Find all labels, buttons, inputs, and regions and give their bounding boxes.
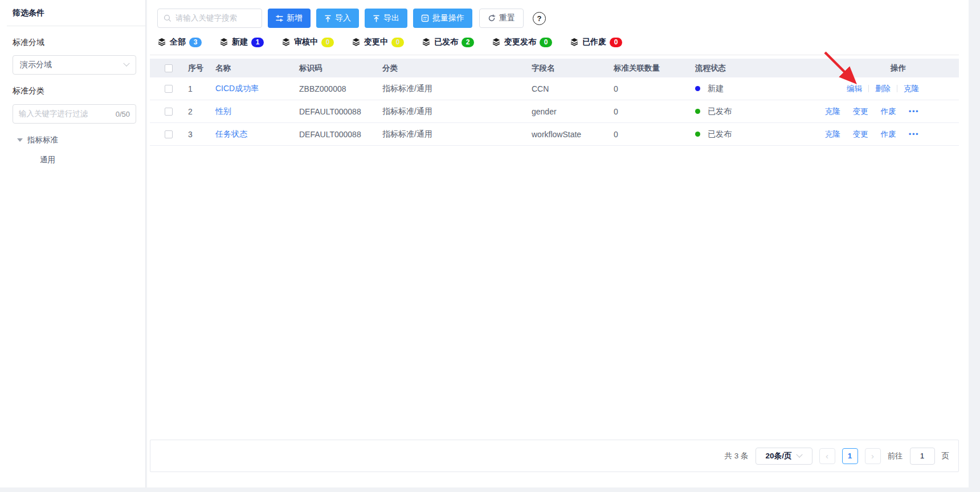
action-link-3[interactable]: 克隆 [904, 84, 919, 94]
name-link[interactable]: 任务状态 [215, 129, 247, 138]
sliders-icon [276, 15, 283, 22]
status-tab-已发布[interactable]: 已发布2 [422, 37, 474, 47]
status-tab-全部[interactable]: 全部3 [157, 37, 202, 47]
cell-link-count: 0 [614, 107, 695, 116]
action-link-1[interactable]: 编辑 [847, 84, 862, 94]
page-size-select[interactable]: 20条/页 [756, 448, 812, 465]
tree-node-general[interactable]: 通用 [13, 155, 136, 165]
cell-name: CICD成功率 [215, 84, 299, 94]
name-link[interactable]: CICD成功率 [215, 84, 259, 93]
status-count-badge: 0 [540, 38, 552, 47]
search-input[interactable]: 请输入关键字搜索 [157, 9, 262, 28]
reset-button[interactable]: 重置 [479, 9, 524, 28]
standard-domain-value: 演示分域 [20, 60, 52, 70]
cell-category: 指标标准/通用 [382, 106, 532, 117]
action-link-3[interactable]: 作废 [881, 129, 896, 140]
tree-parent-label: 指标标准 [27, 135, 58, 145]
row-checkbox[interactable] [165, 85, 173, 93]
next-page-button[interactable]: › [865, 448, 881, 464]
standard-domain-label: 标准分域 [13, 38, 136, 48]
action-link-1[interactable]: 克隆 [825, 106, 840, 117]
select-all-checkbox[interactable] [165, 64, 173, 72]
cell-code: ZBBZ000008 [299, 84, 382, 93]
table-header-row: 序号 名称 标识码 分类 字段名 标准关联数量 流程状态 操作 [150, 59, 959, 77]
more-actions-icon[interactable]: ••• [909, 130, 919, 138]
action-link-1[interactable]: 克隆 [825, 129, 840, 140]
standard-domain-select[interactable]: 演示分域 [13, 55, 136, 75]
row-checkbox[interactable] [165, 130, 173, 138]
toolbar: 请输入关键字搜索 新增 导入 导出 批量操作 [157, 9, 959, 28]
cell-field: CCN [532, 84, 614, 93]
cell-name: 性别 [215, 106, 299, 117]
search-placeholder: 请输入关键字搜索 [175, 13, 237, 23]
cell-index: 3 [188, 130, 215, 139]
tree-caret-icon [17, 138, 23, 142]
status-tab-label: 全部 [170, 37, 186, 47]
status-tab-label: 变更中 [364, 37, 388, 47]
filter-sidebar: 筛选条件 标准分域 演示分域 标准分类 输入关键字进行过滤 0/50 指标标准 … [0, 0, 146, 487]
layers-icon [281, 38, 291, 47]
action-link-3[interactable]: 作废 [881, 106, 896, 117]
status-count-badge: 3 [189, 38, 202, 47]
cell-workflow-status: 已发布 [695, 129, 838, 140]
export-button-label: 导出 [383, 13, 399, 23]
page-unit-label: 页 [942, 451, 950, 461]
more-actions-icon[interactable]: ••• [909, 107, 919, 116]
upload-arrow-icon [324, 15, 332, 22]
import-button[interactable]: 导入 [316, 9, 359, 28]
tree-node-indicator-standard[interactable]: 指标标准 [13, 135, 136, 145]
status-tabs: 全部3新建1审核中0变更中0已发布2变更发布0已作废0 [157, 37, 959, 47]
cell-workflow-status: 已发布 [695, 106, 838, 117]
cell-field: gender [532, 107, 614, 116]
add-button[interactable]: 新增 [268, 9, 311, 28]
total-count: 共 3 条 [724, 451, 748, 461]
goto-label: 前往 [888, 451, 903, 461]
checkbox-cell [150, 130, 188, 138]
status-tab-label: 已发布 [434, 37, 458, 47]
status-tab-已作废[interactable]: 已作废0 [570, 37, 622, 47]
status-tab-label: 审核中 [294, 37, 318, 47]
status-text: 已发布 [708, 106, 732, 117]
status-tab-变更中[interactable]: 变更中0 [352, 37, 404, 47]
cell-link-count: 0 [614, 84, 695, 93]
layers-icon [219, 38, 228, 47]
table-row: 2性别DEFAULT000088指标标准/通用gender0已发布克隆变更作废•… [150, 100, 959, 123]
batch-button-label: 批量操作 [432, 13, 464, 23]
chevron-down-icon [797, 451, 803, 457]
goto-page-input[interactable]: 1 [910, 448, 935, 465]
action-link-2[interactable]: 变更 [853, 129, 868, 140]
layers-icon [422, 38, 431, 47]
batch-operation-button[interactable]: 批量操作 [413, 9, 472, 28]
prev-page-button[interactable]: ‹ [819, 448, 835, 464]
header-name: 名称 [215, 63, 299, 73]
page-size-value: 20条/页 [766, 451, 792, 461]
status-tab-审核中[interactable]: 审核中0 [281, 37, 334, 47]
header-index: 序号 [188, 63, 215, 73]
action-separator [868, 85, 869, 92]
section-divider [150, 55, 959, 55]
cell-actions: 编辑删除克隆 [838, 84, 959, 94]
main-panel: 请输入关键字搜索 新增 导入 导出 批量操作 [147, 0, 969, 487]
status-count-badge: 0 [391, 38, 404, 47]
action-link-2[interactable]: 删除 [875, 84, 891, 94]
cell-code: DEFAULT000088 [299, 130, 382, 139]
action-link-2[interactable]: 变更 [853, 106, 868, 117]
category-filter-input[interactable]: 输入关键字进行过滤 0/50 [13, 104, 136, 124]
help-icon[interactable]: ? [533, 12, 546, 25]
chevron-down-icon [123, 60, 129, 67]
standards-table: 序号 名称 标识码 分类 字段名 标准关联数量 流程状态 操作 1CICD成功率… [150, 59, 959, 146]
upload-arrow-icon [373, 15, 380, 22]
cell-category: 指标标准/通用 [382, 84, 532, 94]
cell-name: 任务状态 [215, 129, 299, 140]
row-checkbox[interactable] [165, 108, 173, 116]
cell-category: 指标标准/通用 [382, 129, 532, 140]
name-link[interactable]: 性别 [215, 106, 231, 116]
status-tab-新建[interactable]: 新建1 [219, 37, 264, 47]
cell-workflow-status: 新建 [695, 84, 838, 94]
export-button[interactable]: 导出 [365, 9, 407, 28]
status-tab-label: 变更发布 [504, 37, 536, 47]
cell-field: workflowState [532, 130, 614, 139]
current-page-button[interactable]: 1 [842, 448, 858, 464]
header-link-count: 标准关联数量 [614, 63, 695, 73]
status-tab-变更发布[interactable]: 变更发布0 [492, 37, 552, 47]
